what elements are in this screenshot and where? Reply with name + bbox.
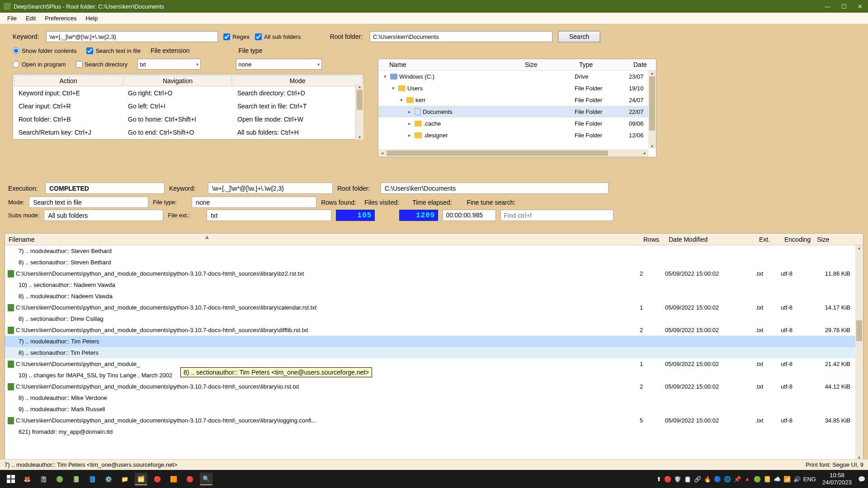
- tray-icon[interactable]: 🔥: [704, 476, 711, 483]
- tree-col-date[interactable]: Date: [629, 60, 656, 70]
- scroll-up-icon[interactable]: ▴: [356, 84, 363, 89]
- tray-icon[interactable]: 📌: [734, 476, 741, 483]
- results-col-size[interactable]: Size: [813, 235, 855, 244]
- tree-expander-icon[interactable]: ▸: [406, 132, 413, 138]
- menu-help[interactable]: Help: [81, 14, 102, 23]
- result-file-row[interactable]: C:\Users\kerr\Documents\python_and_modul…: [5, 302, 863, 313]
- tray-language[interactable]: ENG: [803, 476, 816, 483]
- result-match-row[interactable]: 7) .. moduleauthor:: Tim Peters: [5, 336, 863, 347]
- taskbar-app-icon[interactable]: 📗: [70, 473, 82, 485]
- scroll-thumb[interactable]: [649, 76, 655, 131]
- tray-notifications-icon[interactable]: 💬: [858, 476, 865, 483]
- menu-file[interactable]: File: [3, 14, 21, 23]
- result-match-row[interactable]: 7) .. moduleauthor:: Steven Bethard: [5, 245, 863, 257]
- taskbar-app-icon[interactable]: 🔴: [151, 473, 164, 485]
- results-vscrollbar[interactable]: ▴ ▾: [855, 245, 863, 462]
- result-match-row[interactable]: 8) .. moduleauthor:: Nadeem Vawda: [5, 291, 863, 302]
- start-button[interactable]: [5, 473, 17, 485]
- tree-row[interactable]: ▸.designerFile Folder12/06: [378, 129, 656, 141]
- tree-row[interactable]: ▾kerrFile Folder24/07: [378, 94, 656, 106]
- scroll-up-icon[interactable]: ▴: [855, 245, 863, 253]
- tree-row[interactable]: ▸.cacheFile Folder09/06: [378, 117, 656, 129]
- result-match-row[interactable]: 8) .. sectionauthor:: Drew Csillag: [5, 313, 863, 324]
- taskbar-app-icon[interactable]: 🦊: [21, 473, 33, 485]
- taskbar-app-icon[interactable]: 📘: [86, 473, 99, 485]
- file-type-combo[interactable]: none▾: [236, 59, 322, 70]
- tree-col-type[interactable]: Type: [575, 60, 629, 70]
- search-button[interactable]: Search: [558, 31, 600, 42]
- tree-row[interactable]: ▾Windows (C:)Drive23/07: [378, 70, 656, 82]
- tray-icon[interactable]: 🔺: [744, 476, 751, 483]
- tray-icon[interactable]: ☁️: [774, 476, 781, 483]
- scroll-thumb[interactable]: [387, 150, 608, 156]
- shortcuts-col-mode[interactable]: Mode: [233, 75, 362, 86]
- open-program-radio[interactable]: [13, 61, 19, 68]
- tray-icon[interactable]: 📒: [764, 476, 771, 483]
- taskbar-app-icon[interactable]: 🟧: [167, 473, 180, 485]
- tray-icon[interactable]: 🟢: [754, 476, 761, 483]
- result-file-row[interactable]: C:\Users\kerr\Documents\python_and_modul…: [5, 268, 863, 279]
- tree-row[interactable]: ▾UsersFile Folder19/10: [378, 82, 656, 94]
- taskbar-app-icon[interactable]: 🔍: [200, 473, 212, 485]
- tray-icon[interactable]: ⬆: [656, 476, 661, 483]
- show-folder-radio[interactable]: [13, 47, 19, 54]
- fine-tune-input[interactable]: [500, 210, 613, 221]
- menu-edit[interactable]: Edit: [21, 14, 40, 23]
- scroll-thumb[interactable]: [856, 320, 862, 341]
- all-sub-checkbox[interactable]: [255, 33, 262, 40]
- tray-icon[interactable]: 🔊: [793, 476, 801, 483]
- tray-icon[interactable]: 🔗: [694, 476, 701, 483]
- result-match-row[interactable]: 621) fromaddr: my_app@domain.tld: [5, 426, 863, 437]
- tree-expander-icon[interactable]: ▸: [406, 109, 413, 115]
- search-text-checkbox[interactable]: [86, 47, 93, 54]
- scroll-up-icon[interactable]: ▴: [648, 70, 656, 75]
- taskbar-app-icon[interactable]: 📓: [37, 473, 50, 485]
- scroll-thumb[interactable]: [357, 90, 363, 110]
- taskbar-clock[interactable]: 10:58 24/07/2023: [822, 472, 852, 486]
- result-match-row[interactable]: 10) .. sectionauthor:: Nadeem Vawda: [5, 279, 863, 291]
- result-file-row[interactable]: C:\Users\kerr\Documents\python_and_modul…: [5, 415, 863, 426]
- tree-vscrollbar[interactable]: ▴ ▾: [648, 70, 656, 149]
- result-match-row[interactable]: 8) .. sectionauthor:: Steven Bethard: [5, 257, 863, 268]
- scroll-left-icon[interactable]: ◂: [378, 150, 386, 155]
- tray-icon[interactable]: 🌐: [724, 476, 731, 483]
- tray-icon[interactable]: 🔵: [714, 476, 721, 483]
- close-button[interactable]: ✕: [858, 3, 863, 10]
- root-folder-input[interactable]: [370, 31, 552, 42]
- result-file-row[interactable]: C:\Users\kerr\Documents\python_and_modul…: [5, 324, 863, 336]
- tray-icon[interactable]: 🔴: [664, 476, 671, 483]
- taskbar-app-icon[interactable]: 📁: [118, 473, 131, 485]
- tree-expander-icon[interactable]: ▸: [406, 121, 413, 127]
- tray-icon[interactable]: 🛡️: [674, 476, 681, 483]
- result-file-row[interactable]: C:\Users\kerr\Documents\python_and_modul…: [5, 381, 863, 392]
- result-match-row[interactable]: 9) .. moduleauthor:: Mark Russell: [5, 404, 863, 415]
- tree-row[interactable]: ▸DocumentsFile Folder22/07: [378, 106, 656, 117]
- minimize-button[interactable]: —: [825, 3, 830, 10]
- shortcuts-col-action[interactable]: Action: [14, 75, 123, 86]
- menu-preferences[interactable]: Preferences: [40, 14, 81, 23]
- taskbar-app-icon[interactable]: 🟢: [53, 473, 66, 485]
- result-match-row[interactable]: 8) .. moduleauthor:: Mike Verdone: [5, 392, 863, 404]
- tree-expander-icon[interactable]: ▾: [390, 85, 396, 91]
- taskbar-app-icon[interactable]: 🔴: [184, 473, 196, 485]
- shortcuts-scrollbar[interactable]: ▴ ▾: [355, 84, 363, 140]
- results-col-encoding[interactable]: Encoding: [781, 235, 813, 244]
- result-file-row[interactable]: C:\Users\kerr\Documents\python_and_modul…: [5, 358, 863, 370]
- file-ext-combo[interactable]: txt▾: [137, 59, 201, 70]
- tray-icon[interactable]: 📋: [684, 476, 691, 483]
- taskbar-app-icon[interactable]: 🗂️: [135, 473, 147, 485]
- result-match-row[interactable]: 8) .. sectionauthor:: Tim Peters: [5, 347, 863, 358]
- tree-col-size[interactable]: Size: [520, 60, 575, 70]
- tray-icon[interactable]: 📶: [783, 476, 791, 483]
- tree-expander-icon[interactable]: ▾: [398, 97, 405, 103]
- scroll-right-icon[interactable]: ▸: [641, 150, 648, 155]
- results-col-filename[interactable]: Filename: [5, 235, 640, 244]
- search-dir-checkbox[interactable]: [76, 61, 83, 68]
- results-col-datemod[interactable]: Date Modified: [665, 235, 755, 244]
- shortcuts-col-nav[interactable]: Navigation: [123, 75, 232, 86]
- regex-checkbox[interactable]: [223, 33, 230, 40]
- scroll-down-icon[interactable]: ▾: [356, 135, 363, 140]
- maximize-button[interactable]: ☐: [841, 3, 847, 10]
- keyword-input[interactable]: [46, 31, 218, 42]
- tree-col-name[interactable]: Name: [378, 60, 520, 70]
